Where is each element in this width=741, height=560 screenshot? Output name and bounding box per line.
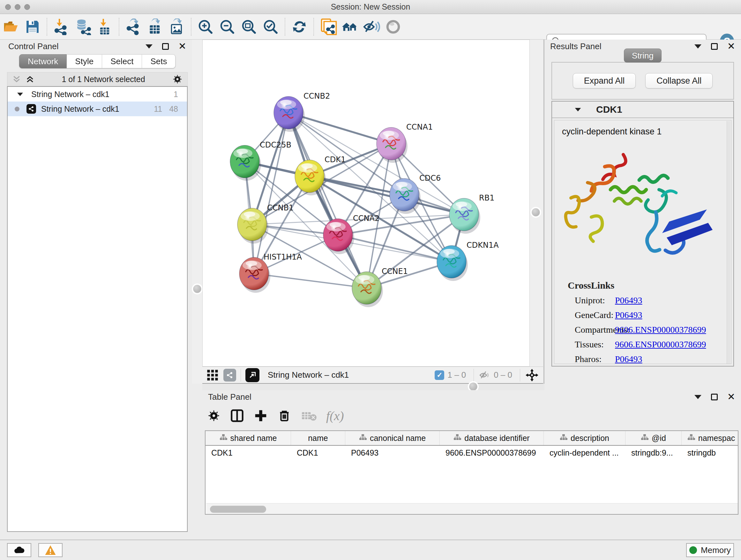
network-view-toolbar: String Network – cdk1 ✓ 1 – 0 0 – 0 bbox=[202, 367, 543, 384]
expand-all-button[interactable]: Expand All bbox=[573, 73, 636, 88]
network-edge[interactable] bbox=[338, 235, 452, 262]
left-splitter[interactable] bbox=[192, 40, 202, 384]
float-panel-icon[interactable] bbox=[711, 394, 718, 400]
title-bar: Session: New Session bbox=[0, 0, 741, 14]
gene-expander-icon[interactable] bbox=[575, 108, 581, 111]
apply-layout-button[interactable] bbox=[290, 17, 309, 36]
memory-button[interactable]: Memory bbox=[686, 543, 734, 557]
table-row[interactable]: CDK1CDK1P064939606.ENSP00000378699cyclin… bbox=[205, 446, 738, 460]
column-header--id[interactable]: @id bbox=[625, 431, 682, 445]
table-options-gear-icon[interactable] bbox=[207, 409, 221, 423]
panel-menu-icon[interactable] bbox=[694, 395, 701, 399]
table-cell[interactable]: CDK1 bbox=[205, 446, 291, 460]
network-node-RB1[interactable] bbox=[449, 198, 480, 234]
table-hscrollbar-thumb[interactable] bbox=[210, 506, 266, 513]
fit-selected-crosshair-icon[interactable] bbox=[525, 368, 539, 382]
network-node-CCNA1[interactable] bbox=[377, 127, 408, 163]
table-cell[interactable]: P06493 bbox=[345, 446, 440, 460]
close-panel-icon[interactable]: ✕ bbox=[727, 392, 735, 401]
grid-view-icon[interactable] bbox=[206, 369, 219, 381]
birds-eye-view-icon[interactable] bbox=[246, 368, 259, 382]
network-overview-icon[interactable] bbox=[223, 369, 236, 381]
network-node-HIST1H1A[interactable] bbox=[239, 257, 270, 293]
right-splitter-handle[interactable] bbox=[532, 208, 540, 216]
network-edge[interactable] bbox=[288, 113, 367, 288]
tab-select[interactable]: Select bbox=[102, 54, 142, 68]
crosslink-link[interactable]: P06493 bbox=[615, 310, 643, 320]
network-canvas[interactable]: CCNB2CCNA1CDC25BCDK1CDC6RB1CCNB1CCNA2CDK… bbox=[202, 40, 530, 367]
warnings-button[interactable] bbox=[38, 543, 63, 557]
close-panel-icon[interactable]: ✕ bbox=[179, 42, 186, 51]
tab-style[interactable]: Style bbox=[67, 54, 102, 68]
tab-sets[interactable]: Sets bbox=[142, 54, 176, 68]
results-scrollbar[interactable] bbox=[727, 121, 731, 364]
crosslink-link[interactable]: P06493 bbox=[615, 354, 643, 364]
collection-expander-icon[interactable] bbox=[17, 92, 23, 96]
network-snapshot-button[interactable] bbox=[319, 17, 337, 36]
table-cell[interactable]: stringdb:9... bbox=[625, 446, 682, 460]
tab-network[interactable]: Network bbox=[19, 54, 67, 68]
column-header-canonical-name[interactable]: canonical name bbox=[345, 431, 440, 445]
network-edge[interactable] bbox=[254, 113, 288, 273]
column-header-description[interactable]: description bbox=[544, 431, 625, 445]
selected-items-checkbox[interactable]: ✓ bbox=[434, 370, 444, 380]
network-edge[interactable] bbox=[254, 273, 367, 288]
network-node-CDC6[interactable] bbox=[390, 179, 421, 214]
table-cell[interactable]: cyclin-dependent ... bbox=[544, 446, 625, 460]
column-header-database-identifier[interactable]: database identifier bbox=[440, 431, 544, 445]
network-node-CDKN1A[interactable] bbox=[437, 246, 468, 281]
zoom-selected-button[interactable] bbox=[261, 17, 280, 36]
delete-column-trash-icon[interactable] bbox=[277, 408, 292, 423]
panel-menu-icon[interactable] bbox=[145, 44, 152, 49]
network-node-CCNA2[interactable] bbox=[323, 219, 354, 254]
table-cell[interactable]: 9606.ENSP00000378699 bbox=[440, 446, 544, 460]
network-row[interactable]: String Network – cdk1 11 48 bbox=[8, 102, 187, 116]
network-node-CDC25B[interactable] bbox=[230, 145, 261, 181]
zoom-in-button[interactable] bbox=[196, 17, 215, 36]
collapse-all-button[interactable]: Collapse All bbox=[645, 73, 713, 88]
horizontal-splitter-handle[interactable] bbox=[469, 382, 477, 391]
column-header-shared-name[interactable]: shared name bbox=[205, 431, 291, 445]
column-header-namespac[interactable]: namespac bbox=[682, 431, 738, 445]
cloud-service-button[interactable] bbox=[7, 543, 31, 557]
save-session-button[interactable] bbox=[23, 17, 42, 36]
hide-selected-button[interactable] bbox=[362, 17, 381, 36]
zoom-out-button[interactable] bbox=[218, 17, 237, 36]
left-splitter-handle[interactable] bbox=[193, 285, 201, 293]
show-hidden-button[interactable] bbox=[384, 17, 402, 36]
table-cell[interactable]: stringdb bbox=[682, 446, 738, 460]
create-column-plus-icon[interactable] bbox=[253, 408, 268, 423]
show-columns-icon[interactable] bbox=[230, 408, 245, 423]
crosslink-link[interactable]: P06493 bbox=[615, 295, 643, 306]
column-header-name[interactable]: name bbox=[291, 431, 345, 445]
right-splitter[interactable] bbox=[530, 40, 544, 384]
open-session-button[interactable] bbox=[2, 17, 20, 36]
table-cell[interactable]: CDK1 bbox=[291, 446, 345, 460]
export-image-button[interactable] bbox=[167, 17, 186, 36]
export-table-button[interactable] bbox=[146, 17, 164, 36]
float-panel-icon[interactable] bbox=[711, 43, 718, 50]
import-network-file-button[interactable] bbox=[52, 17, 71, 36]
import-table-button[interactable] bbox=[95, 17, 114, 36]
zoom-fit-button[interactable] bbox=[240, 17, 258, 36]
gene-section-header[interactable]: CDK1 bbox=[552, 102, 733, 118]
first-neighbors-button[interactable] bbox=[340, 17, 359, 36]
export-network-button[interactable] bbox=[124, 17, 143, 36]
network-node-CDK1[interactable] bbox=[295, 160, 326, 195]
network-options-gear-icon[interactable] bbox=[172, 74, 183, 84]
network-collection-row[interactable]: String Network – cdk1 1 bbox=[8, 87, 187, 102]
panel-menu-icon[interactable] bbox=[694, 44, 701, 49]
table-hscrollbar[interactable] bbox=[206, 503, 738, 515]
crosslink-link[interactable]: 9606.ENSP00000378699 bbox=[615, 325, 706, 335]
shared-column-icon bbox=[560, 434, 567, 443]
network-node-CCNB2[interactable] bbox=[274, 97, 305, 132]
close-panel-icon[interactable]: ✕ bbox=[727, 42, 735, 51]
collapse-all-icon[interactable] bbox=[12, 74, 21, 84]
tab-string[interactable]: String bbox=[624, 49, 662, 63]
network-node-CCNE1[interactable] bbox=[352, 272, 383, 307]
expand-all-icon[interactable] bbox=[25, 74, 35, 84]
crosslink-link[interactable]: 9606.ENSP00000378699 bbox=[615, 339, 706, 350]
float-panel-icon[interactable] bbox=[162, 43, 169, 50]
import-network-database-button[interactable] bbox=[74, 17, 92, 36]
hidden-items-icon[interactable] bbox=[478, 369, 490, 381]
